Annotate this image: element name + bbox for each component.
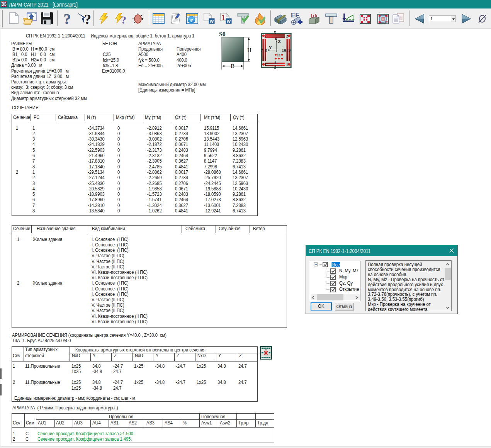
svg-text:?: ? xyxy=(64,13,71,24)
svg-text:9: 9 xyxy=(289,48,291,53)
svg-text:W: W xyxy=(227,19,231,24)
svg-text:H: H xyxy=(247,47,251,53)
svg-text:2: 2 xyxy=(264,34,267,38)
svg-text:3: 3 xyxy=(274,65,276,70)
svg-text:Y: Y xyxy=(269,45,272,50)
svg-text:1: 1 xyxy=(286,62,288,67)
svg-text:B: B xyxy=(231,63,234,69)
svg-text:1: 1 xyxy=(221,13,225,22)
svg-text:5: 5 xyxy=(274,30,276,35)
svg-text:2: 2 xyxy=(286,34,288,38)
svg-text:4: 4 xyxy=(274,60,277,65)
svg-text:6: 6 xyxy=(275,36,277,41)
svg-text:?: ? xyxy=(84,13,91,25)
svg-text:W: W xyxy=(210,19,214,24)
svg-text:11: 11 xyxy=(277,53,281,57)
svg-text:7: 7 xyxy=(261,48,263,53)
svg-text:Z: Z xyxy=(278,39,281,44)
svg-text:8: 8 xyxy=(265,48,267,53)
svg-text:1: 1 xyxy=(264,62,267,67)
svg-text:?: ? xyxy=(121,14,126,25)
svg-text:10: 10 xyxy=(282,48,287,53)
